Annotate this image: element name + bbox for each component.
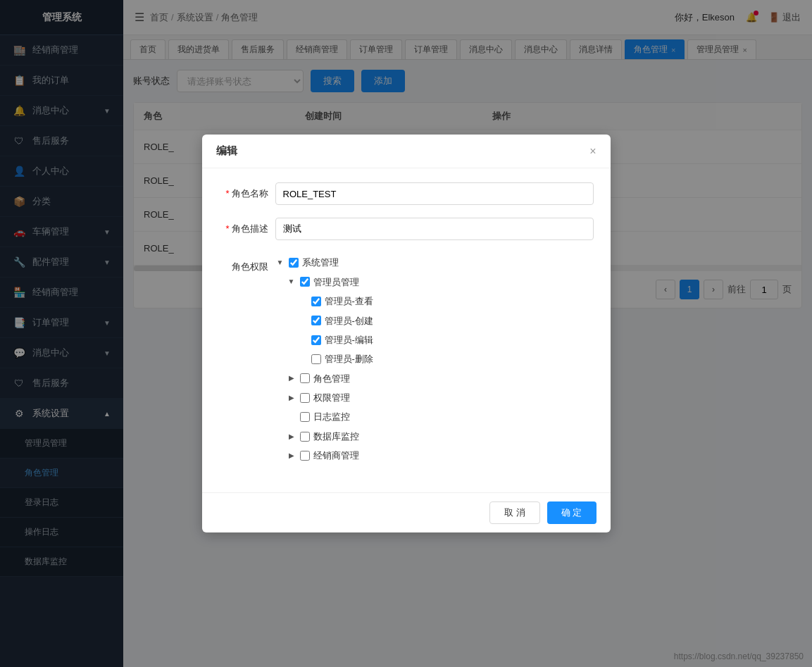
perm-checkbox[interactable] xyxy=(311,297,321,306)
cancel-button[interactable]: 取 消 xyxy=(489,501,540,524)
required-mark: * xyxy=(225,188,229,199)
perm-label: 管理员-删除 xyxy=(325,351,373,367)
perm-expand-icon[interactable]: ▼ xyxy=(275,258,285,268)
perm-label: 角色管理 xyxy=(313,370,350,387)
required-mark2: * xyxy=(225,223,229,234)
role-desc-label: *角色描述 xyxy=(219,218,268,240)
modal-overlay: 编辑 × *角色名称 *角色描述 角色权限 ▼系统管理▼管理员管理▶管理员- xyxy=(0,0,812,667)
perm-label: 日志监控 xyxy=(313,409,350,425)
perm-item-row: ▶经销商管理 xyxy=(287,446,594,465)
perm-item-row: ▶角色管理 xyxy=(287,369,594,388)
perm-item-row: ▼管理员管理 xyxy=(287,273,594,292)
permissions-tree: ▼系统管理▼管理员管理▶管理员-查看▶管理员-创建▶管理员-编辑▶管理员-删除▶… xyxy=(275,253,594,465)
perm-expand-icon[interactable]: ▶ xyxy=(287,373,296,383)
perm-label: 权限管理 xyxy=(313,389,350,406)
perm-item-row: ▼系统管理 xyxy=(275,253,594,272)
perm-label: 管理员-创建 xyxy=(325,313,373,329)
perm-checkbox[interactable] xyxy=(311,335,321,345)
modal-title: 编辑 xyxy=(216,144,237,158)
role-desc-input[interactable] xyxy=(275,218,594,240)
perm-checkbox[interactable] xyxy=(300,412,310,422)
perm-expand-icon[interactable]: ▼ xyxy=(287,277,296,287)
perm-expand-icon[interactable]: ▶ xyxy=(287,451,296,461)
perm-label: 管理员-查看 xyxy=(325,293,373,309)
role-name-input[interactable] xyxy=(275,182,594,205)
confirm-button[interactable]: 确 定 xyxy=(547,501,596,524)
perm-checkbox[interactable] xyxy=(300,451,310,461)
role-name-row: *角色名称 xyxy=(219,182,594,205)
edit-modal: 编辑 × *角色名称 *角色描述 角色权限 ▼系统管理▼管理员管理▶管理员- xyxy=(202,135,611,532)
perm-checkbox[interactable] xyxy=(300,373,310,383)
perm-label: 管理员管理 xyxy=(313,274,359,290)
modal-footer: 取 消 确 定 xyxy=(202,492,611,532)
perm-item-row: ▶数据库监控 xyxy=(287,427,594,446)
perm-item-row: ▶日志监控 xyxy=(287,407,594,426)
perm-checkbox[interactable] xyxy=(289,258,299,268)
perm-checkbox[interactable] xyxy=(311,354,321,364)
modal-close-button[interactable]: × xyxy=(589,145,596,158)
modal-header: 编辑 × xyxy=(202,135,611,168)
perm-item-row: ▶管理员-删除 xyxy=(298,349,594,368)
perm-label: 系统管理 xyxy=(302,254,339,270)
perm-label: 角色权限 xyxy=(219,253,268,278)
perm-label: 数据库监控 xyxy=(313,428,359,444)
perm-expand-icon[interactable]: ▶ xyxy=(287,393,296,403)
perm-expand-icon[interactable]: ▶ xyxy=(287,432,296,442)
perm-item-row: ▶权限管理 xyxy=(287,388,594,407)
perm-item-row: ▶管理员-查看 xyxy=(298,292,594,311)
role-name-label: *角色名称 xyxy=(219,182,268,205)
modal-body: *角色名称 *角色描述 角色权限 ▼系统管理▼管理员管理▶管理员-查看▶管理员-… xyxy=(202,168,611,492)
perm-checkbox[interactable] xyxy=(300,432,310,442)
perm-label: 经销商管理 xyxy=(313,447,359,463)
role-desc-row: *角色描述 xyxy=(219,218,594,240)
perm-label: 管理员-编辑 xyxy=(325,332,373,348)
permissions-row: 角色权限 ▼系统管理▼管理员管理▶管理员-查看▶管理员-创建▶管理员-编辑▶管理… xyxy=(219,253,594,465)
perm-item-row: ▶管理员-编辑 xyxy=(298,330,594,349)
perm-checkbox[interactable] xyxy=(300,277,310,287)
perm-item-row: ▶管理员-创建 xyxy=(298,311,594,330)
perm-checkbox[interactable] xyxy=(300,393,310,403)
perm-checkbox[interactable] xyxy=(311,316,321,325)
